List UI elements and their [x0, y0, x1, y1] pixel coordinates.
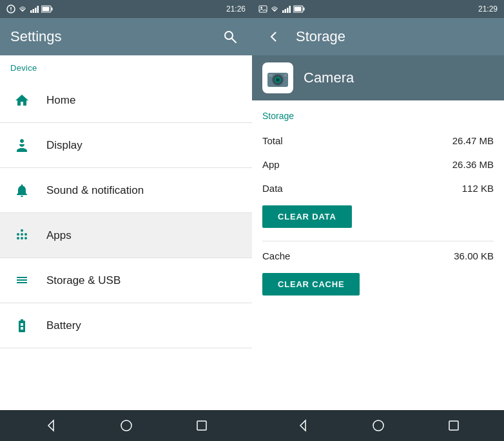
settings-item-home[interactable]: Home — [0, 78, 252, 123]
status-icons-right — [258, 5, 305, 14]
clear-cache-button[interactable]: CLEAR CACHE — [262, 273, 360, 296]
display-label: Display — [46, 139, 82, 152]
app-name: Camera — [304, 70, 354, 86]
svg-point-13 — [121, 420, 131, 431]
svg-rect-17 — [282, 10, 284, 13]
back-nav-right[interactable] — [284, 414, 322, 437]
home-label: Home — [46, 94, 75, 107]
wifi-icon-right — [270, 5, 279, 14]
svg-rect-15 — [259, 6, 267, 12]
status-bar-left: 21:26 — [0, 0, 252, 18]
svg-marker-32 — [300, 420, 305, 431]
storage-row-app: App 26.36 MB — [262, 153, 494, 176]
battery-label: Battery — [46, 319, 81, 332]
settings-toolbar: Settings — [0, 18, 252, 55]
svg-point-2 — [10, 10, 12, 12]
svg-rect-8 — [43, 7, 50, 12]
svg-rect-23 — [304, 8, 305, 11]
storage-title: Storage — [296, 28, 345, 45]
search-button[interactable] — [218, 25, 242, 48]
time-right: 21:29 — [478, 5, 498, 14]
photo-icon — [258, 5, 267, 14]
svg-rect-5 — [35, 8, 37, 13]
back-nav-left[interactable] — [32, 414, 70, 437]
sound-icon — [10, 179, 34, 202]
settings-item-sound[interactable]: Sound & notification — [0, 168, 252, 213]
svg-point-33 — [373, 420, 383, 431]
total-value: 26.47 MB — [452, 135, 494, 146]
svg-rect-30 — [269, 74, 273, 77]
storage-toolbar: Storage — [252, 18, 504, 55]
total-label: Total — [262, 135, 283, 146]
camera-app-icon — [262, 62, 293, 93]
settings-item-storage[interactable]: Storage & USB — [0, 258, 252, 303]
settings-item-apps[interactable]: Apps — [0, 213, 252, 258]
svg-rect-20 — [289, 6, 291, 13]
divider — [262, 241, 494, 241]
search-icon — [223, 30, 237, 44]
camera-app-svg — [265, 65, 291, 91]
svg-rect-14 — [197, 421, 206, 430]
time-left: 21:26 — [226, 5, 246, 14]
data-value: 112 KB — [462, 183, 494, 194]
svg-rect-9 — [52, 8, 53, 11]
svg-point-29 — [276, 78, 280, 82]
storage-row-total: Total 26.47 MB — [262, 129, 494, 153]
data-label: Data — [262, 183, 283, 194]
storage-row-data: Data 112 KB — [262, 176, 494, 200]
svg-rect-18 — [285, 9, 287, 13]
status-icons-left — [6, 5, 53, 14]
battery-icon-left — [41, 5, 53, 14]
nav-bar-right — [252, 410, 504, 441]
settings-title: Settings — [10, 28, 62, 45]
svg-line-11 — [232, 39, 237, 43]
svg-point-16 — [260, 7, 262, 9]
cache-value: 36.00 KB — [454, 250, 494, 261]
recents-nav-left[interactable] — [182, 414, 221, 437]
recents-nav-right[interactable] — [434, 414, 473, 437]
storage-section-label: Storage — [262, 111, 494, 121]
apps-label: Apps — [46, 229, 72, 242]
nav-bar-left — [0, 410, 252, 441]
wifi-icon-left — [18, 5, 27, 14]
status-bar-right: 21:29 — [252, 0, 504, 18]
storage-usb-label: Storage & USB — [46, 274, 121, 287]
storage-usb-icon — [10, 269, 34, 292]
signal-icon-right — [282, 5, 291, 14]
app-label: App — [262, 159, 280, 170]
svg-rect-3 — [30, 10, 32, 13]
storage-row-cache: Cache 36.00 KB — [262, 244, 494, 268]
battery-icon-right — [293, 5, 305, 14]
home-nav-right[interactable] — [359, 414, 398, 437]
device-section-label: Device — [0, 55, 252, 78]
settings-list: Device Home Display — [0, 55, 252, 410]
svg-rect-4 — [33, 9, 35, 13]
svg-rect-6 — [37, 6, 39, 13]
signal-icon-left — [30, 5, 39, 14]
app-header: Camera — [252, 55, 504, 100]
apps-icon — [10, 224, 34, 247]
svg-rect-19 — [287, 8, 289, 13]
svg-rect-22 — [295, 7, 302, 12]
storage-content: Storage Total 26.47 MB App 26.36 MB Data… — [252, 100, 504, 410]
settings-item-battery[interactable]: Battery — [0, 303, 252, 348]
settings-item-display[interactable]: Display — [0, 123, 252, 168]
right-panel: 21:29 Storage — [252, 0, 504, 441]
clear-cache-container: CLEAR CACHE — [262, 268, 494, 306]
home-nav-left[interactable] — [107, 414, 146, 437]
svg-rect-31 — [284, 74, 287, 77]
svg-marker-12 — [48, 420, 53, 431]
clear-data-container: CLEAR DATA — [262, 200, 494, 238]
clear-data-button[interactable]: CLEAR DATA — [262, 205, 352, 228]
back-button[interactable] — [262, 25, 286, 48]
battery-icon — [10, 314, 34, 337]
notification-icon — [6, 5, 15, 14]
svg-rect-34 — [449, 421, 458, 430]
app-value: 26.36 MB — [452, 159, 494, 170]
left-panel: 21:26 Settings Device Home — [0, 0, 252, 441]
display-icon — [10, 134, 34, 157]
sound-label: Sound & notification — [46, 184, 144, 197]
home-icon — [10, 89, 34, 112]
cache-label: Cache — [262, 250, 290, 261]
